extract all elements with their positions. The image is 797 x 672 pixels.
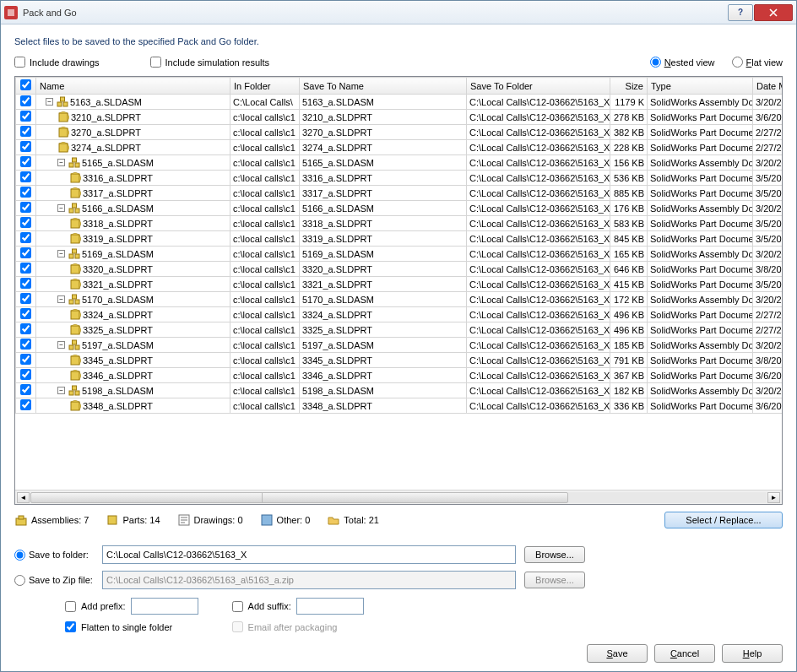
save-to-zip-radio[interactable]: Save to Zip file:: [14, 575, 99, 586]
table-row[interactable]: −5163_a.SLDASMC:\Local Calls\5163_a.SLDA…: [16, 95, 783, 110]
table-row[interactable]: 3319_a.SLDPRTc:\local calls\c13319_a.SLD…: [16, 231, 783, 247]
table-row[interactable]: 3346_a.SLDPRTc:\local calls\c13346_a.SLD…: [16, 368, 783, 383]
save-to-name-cell[interactable]: 3270_a.SLDPRT: [300, 125, 467, 140]
flat-view-radio[interactable]: Flat view: [732, 57, 783, 68]
cancel-button[interactable]: Cancel: [654, 644, 715, 663]
table-row[interactable]: 3345_a.SLDPRTc:\local calls\c13345_a.SLD…: [16, 353, 783, 368]
table-row[interactable]: 3210_a.SLDPRTc:\local calls\c13210_a.SLD…: [16, 110, 783, 125]
flatten-option[interactable]: Flatten to single folder: [65, 621, 198, 632]
tree-collapse-icon[interactable]: −: [57, 159, 65, 166]
table-row[interactable]: −5169_a.SLDASMc:\local calls\c15169_a.SL…: [16, 247, 783, 262]
table-row[interactable]: 3348_a.SLDPRTc:\local calls\c13348_a.SLD…: [16, 398, 783, 414]
save-to-name-cell[interactable]: 5170_a.SLDASM: [300, 292, 467, 307]
save-to-name-cell[interactable]: 3210_a.SLDPRT: [300, 110, 467, 125]
save-to-folder-cell[interactable]: C:\Local Calls\C12-03662\5163_X: [467, 292, 610, 307]
save-to-folder-cell[interactable]: C:\Local Calls\C12-03662\5163_X: [467, 95, 610, 110]
tree-collapse-icon[interactable]: −: [57, 341, 65, 349]
save-button[interactable]: Save: [587, 644, 648, 663]
row-checkbox[interactable]: [16, 231, 36, 247]
save-to-name-cell[interactable]: 5198_a.SLDASM: [300, 383, 467, 398]
row-checkbox[interactable]: [16, 307, 36, 322]
save-to-name-cell[interactable]: 3348_a.SLDPRT: [300, 398, 467, 414]
save-to-folder-cell[interactable]: C:\Local Calls\C12-03662\5163_X: [467, 186, 610, 201]
include-drawings-checkbox[interactable]: Include drawings: [14, 57, 100, 68]
save-to-name-cell[interactable]: 3319_a.SLDPRT: [300, 231, 467, 247]
help-window-button[interactable]: ?: [728, 4, 753, 21]
save-to-name-cell[interactable]: 3317_a.SLDPRT: [300, 186, 467, 201]
row-checkbox[interactable]: [16, 353, 36, 368]
save-to-folder-cell[interactable]: C:\Local Calls\C12-03662\5163_X: [467, 110, 610, 125]
save-to-folder-cell[interactable]: C:\Local Calls\C12-03662\5163_X: [467, 247, 610, 262]
row-checkbox[interactable]: [16, 322, 36, 338]
row-checkbox[interactable]: [16, 398, 36, 414]
prefix-input[interactable]: [131, 598, 198, 615]
row-checkbox[interactable]: [16, 95, 36, 110]
table-row[interactable]: 3324_a.SLDPRTc:\local calls\c13324_a.SLD…: [16, 307, 783, 322]
row-checkbox[interactable]: [16, 383, 36, 398]
row-checkbox[interactable]: [16, 216, 36, 231]
save-to-name-cell[interactable]: 5166_a.SLDASM: [300, 201, 467, 216]
col-save-to-name[interactable]: Save To Name: [300, 78, 467, 95]
save-to-folder-cell[interactable]: C:\Local Calls\C12-03662\5163_X: [467, 353, 610, 368]
save-to-name-cell[interactable]: 3321_a.SLDPRT: [300, 277, 467, 292]
save-to-name-cell[interactable]: 3325_a.SLDPRT: [300, 322, 467, 338]
close-window-button[interactable]: [754, 4, 793, 21]
horizontal-scrollbar[interactable]: ◄ ►: [15, 490, 782, 504]
save-to-name-cell[interactable]: 3274_a.SLDPRT: [300, 140, 467, 155]
save-to-folder-cell[interactable]: C:\Local Calls\C12-03662\5163_X: [467, 140, 610, 155]
table-row[interactable]: 3325_a.SLDPRTc:\local calls\c13325_a.SLD…: [16, 322, 783, 338]
row-checkbox[interactable]: [16, 140, 36, 155]
browse-folder-button[interactable]: Browse...: [524, 546, 585, 563]
tree-collapse-icon[interactable]: −: [46, 98, 53, 106]
row-checkbox[interactable]: [16, 110, 36, 125]
save-to-name-cell[interactable]: 3324_a.SLDPRT: [300, 307, 467, 322]
table-row[interactable]: 3270_a.SLDPRTc:\local calls\c13270_a.SLD…: [16, 125, 783, 140]
save-folder-input[interactable]: [102, 545, 516, 564]
col-name[interactable]: Name: [36, 78, 230, 95]
table-row[interactable]: −5165_a.SLDASMc:\local calls\c15165_a.SL…: [16, 155, 783, 171]
save-to-folder-cell[interactable]: C:\Local Calls\C12-03662\5163_X: [467, 231, 610, 247]
help-button[interactable]: Help: [722, 644, 783, 663]
add-prefix-option[interactable]: Add prefix:: [65, 598, 198, 615]
save-to-folder-cell[interactable]: C:\Local Calls\C12-03662\5163_X: [467, 398, 610, 414]
table-row[interactable]: −5166_a.SLDASMc:\local calls\c15166_a.SL…: [16, 201, 783, 216]
row-checkbox[interactable]: [16, 201, 36, 216]
row-checkbox[interactable]: [16, 125, 36, 140]
save-to-folder-cell[interactable]: C:\Local Calls\C12-03662\5163_X: [467, 155, 610, 171]
nested-view-radio[interactable]: Nested view: [650, 57, 715, 68]
col-type[interactable]: Type: [648, 78, 753, 95]
save-to-folder-cell[interactable]: C:\Local Calls\C12-03662\5163_X: [467, 383, 610, 398]
table-row[interactable]: 3318_a.SLDPRTc:\local calls\c13318_a.SLD…: [16, 216, 783, 231]
row-checkbox[interactable]: [16, 247, 36, 262]
col-size[interactable]: Size: [610, 78, 648, 95]
tree-collapse-icon[interactable]: −: [57, 250, 65, 257]
select-all-checkbox[interactable]: [16, 78, 36, 95]
save-to-name-cell[interactable]: 5163_a.SLDASM: [300, 95, 467, 110]
save-to-folder-cell[interactable]: C:\Local Calls\C12-03662\5163_X: [467, 322, 610, 338]
save-to-folder-cell[interactable]: C:\Local Calls\C12-03662\5163_X: [467, 262, 610, 277]
save-to-name-cell[interactable]: 5197_a.SLDASM: [300, 338, 467, 353]
row-checkbox[interactable]: [16, 171, 36, 186]
row-checkbox[interactable]: [16, 292, 36, 307]
save-to-folder-cell[interactable]: C:\Local Calls\C12-03662\5163_X: [467, 368, 610, 383]
col-date[interactable]: Date M: [753, 78, 783, 95]
suffix-input[interactable]: [296, 598, 364, 615]
table-row[interactable]: 3274_a.SLDPRTc:\local calls\c13274_a.SLD…: [16, 140, 783, 155]
save-to-name-cell[interactable]: 3320_a.SLDPRT: [300, 262, 467, 277]
table-row[interactable]: 3316_a.SLDPRTc:\local calls\c13316_a.SLD…: [16, 171, 783, 186]
save-to-folder-cell[interactable]: C:\Local Calls\C12-03662\5163_X: [467, 171, 610, 186]
scroll-left-arrow[interactable]: ◄: [17, 492, 30, 503]
row-checkbox[interactable]: [16, 277, 36, 292]
table-row[interactable]: 3317_a.SLDPRTc:\local calls\c13317_a.SLD…: [16, 186, 783, 201]
select-replace-button[interactable]: Select / Replace...: [664, 512, 783, 528]
table-row[interactable]: −5170_a.SLDASMc:\local calls\c15170_a.SL…: [16, 292, 783, 307]
save-to-name-cell[interactable]: 3345_a.SLDPRT: [300, 353, 467, 368]
row-checkbox[interactable]: [16, 338, 36, 353]
table-row[interactable]: 3320_a.SLDPRTc:\local calls\c13320_a.SLD…: [16, 262, 783, 277]
include-simulation-checkbox[interactable]: Include simulation results: [150, 57, 270, 68]
save-to-folder-cell[interactable]: C:\Local Calls\C12-03662\5163_X: [467, 307, 610, 322]
row-checkbox[interactable]: [16, 155, 36, 171]
table-row[interactable]: −5197_a.SLDASMc:\local calls\c15197_a.SL…: [16, 338, 783, 353]
save-to-folder-cell[interactable]: C:\Local Calls\C12-03662\5163_X: [467, 125, 610, 140]
save-to-folder-cell[interactable]: C:\Local Calls\C12-03662\5163_X: [467, 216, 610, 231]
